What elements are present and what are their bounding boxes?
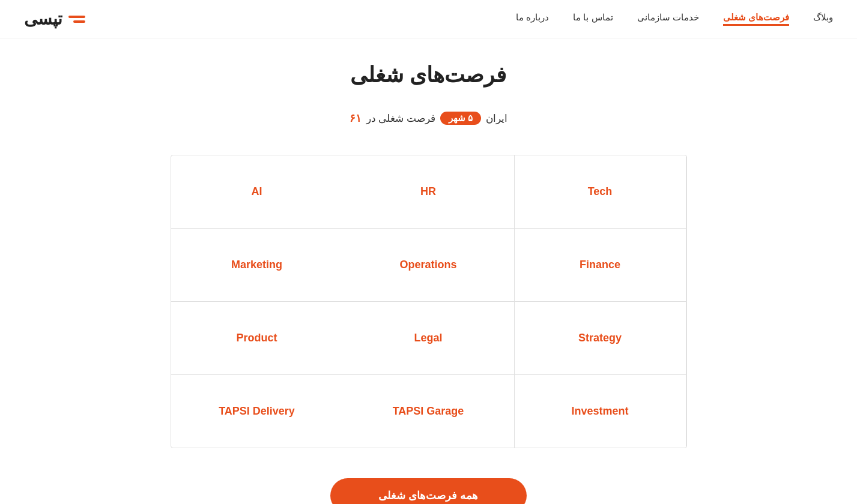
logo-area: تپسی — [24, 9, 85, 29]
nav-item-تماس با ما[interactable]: تماس با ما — [573, 12, 613, 26]
logo-line-2 — [73, 20, 85, 23]
category-label: TAPSI Garage — [393, 405, 464, 417]
category-label: Operations — [399, 259, 456, 271]
logo-line-1 — [68, 16, 85, 18]
category-label: Strategy — [578, 332, 622, 344]
category-cell-finance[interactable]: Finance — [515, 229, 686, 302]
category-grid: TechHRAIFinanceOperationsMarketingStrate… — [171, 155, 687, 448]
category-label: Product — [236, 332, 277, 344]
category-label: Investment — [571, 405, 628, 417]
category-label: TAPSI Delivery — [219, 405, 295, 417]
category-cell-marketing[interactable]: Marketing — [171, 229, 343, 302]
category-cell-product[interactable]: Product — [171, 302, 343, 375]
category-label: Tech — [588, 185, 613, 197]
category-cell-investment[interactable]: Investment — [515, 375, 686, 448]
count-badge: ۶۱ — [350, 112, 362, 125]
nav-link[interactable]: خدمات سازمانی — [637, 12, 699, 22]
category-cell-tapsi-garage[interactable]: TAPSI Garage — [343, 375, 515, 448]
nav-link[interactable]: فرصت‌های شغلی — [723, 12, 789, 22]
category-cell-legal[interactable]: Legal — [343, 302, 515, 375]
subtitle: ایران ۵ شهر فرصت شغلی در ۶۱ — [171, 112, 687, 125]
category-cell-tech[interactable]: Tech — [515, 155, 686, 229]
nav-item-وبلاگ[interactable]: وبلاگ — [813, 12, 833, 26]
main-content: فرصت‌های شغلی ایران ۵ شهر فرصت شغلی در ۶… — [159, 38, 699, 504]
category-cell-tapsi-delivery[interactable]: TAPSI Delivery — [171, 375, 343, 448]
logo-icon — [68, 16, 85, 23]
category-label: Legal — [414, 332, 442, 344]
category-cell-ai[interactable]: AI — [171, 155, 343, 229]
city-badge: ۵ شهر — [440, 112, 481, 125]
category-cell-strategy[interactable]: Strategy — [515, 302, 686, 375]
nav-link[interactable]: درباره ما — [516, 12, 549, 22]
nav-item-خدمات سازمانی[interactable]: خدمات سازمانی — [637, 12, 699, 26]
subtitle-country: ایران — [486, 112, 507, 125]
subtitle-jobs: فرصت شغلی در — [366, 112, 435, 125]
category-label: AI — [252, 185, 262, 197]
nav-link[interactable]: تماس با ما — [573, 12, 613, 22]
navbar: وبلاگفرصت‌های شغلیخدمات سازمانیتماس با م… — [0, 0, 857, 38]
logo-text: تپسی — [24, 9, 62, 29]
category-label: Finance — [580, 259, 620, 271]
page-title: فرصت‌های شغلی — [171, 62, 687, 88]
nav-item-درباره ما[interactable]: درباره ما — [516, 12, 549, 26]
category-label: HR — [420, 185, 436, 197]
all-jobs-button[interactable]: همه فرصت‌های شغلی — [330, 478, 526, 504]
category-label: Marketing — [231, 259, 282, 271]
category-cell-hr[interactable]: HR — [343, 155, 515, 229]
category-cell-operations[interactable]: Operations — [343, 229, 515, 302]
nav-links: وبلاگفرصت‌های شغلیخدمات سازمانیتماس با م… — [516, 12, 833, 26]
nav-link[interactable]: وبلاگ — [813, 12, 833, 22]
nav-item-فرصت‌های شغلی[interactable]: فرصت‌های شغلی — [723, 12, 789, 26]
